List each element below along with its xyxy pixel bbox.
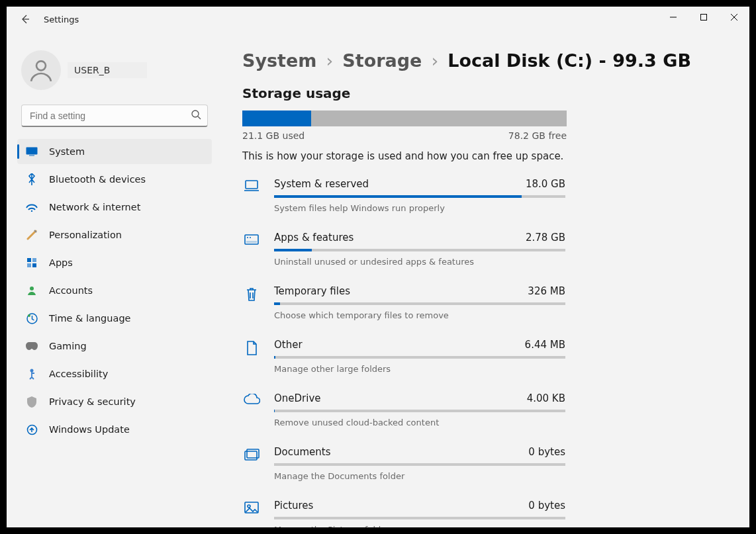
category-fill (274, 410, 275, 412)
category-documents[interactable]: Documents0 bytesManage the Documents fol… (242, 446, 726, 481)
category-name: Documents (274, 446, 331, 458)
nav-label: Privacy & security (49, 396, 136, 407)
category-size: 4.00 KB (527, 392, 565, 404)
svg-rect-1 (701, 15, 707, 21)
sidebar-item-network-internet[interactable]: Network & internet (17, 195, 212, 220)
svg-rect-6 (29, 156, 34, 156)
breadcrumb: System › Storage › Local Disk (C:) - 99.… (242, 50, 726, 71)
category-name: OneDrive (274, 392, 321, 404)
category-onedrive[interactable]: OneDrive4.00 KBRemove unused cloud-backe… (242, 392, 726, 427)
nav-label: Windows Update (49, 424, 130, 435)
categories-list: System & reserved18.0 GBSystem files hel… (242, 178, 726, 527)
svg-point-3 (192, 111, 199, 117)
nav-label: Accounts (49, 285, 93, 296)
svg-line-4 (198, 116, 201, 119)
breadcrumb-system[interactable]: System (242, 50, 316, 71)
category-subtitle: Manage the Pictures folder (274, 525, 565, 527)
category-temporary-files[interactable]: Temporary files326 MBChoose which tempor… (242, 285, 726, 320)
search-input[interactable] (21, 105, 208, 127)
category-bar (274, 195, 565, 198)
chevron-right-icon: › (431, 50, 438, 71)
settings-window: Settings USER_B SystemBluetooth & device… (7, 7, 749, 527)
used-label: 21.1 GB used (242, 130, 305, 141)
category-bar (274, 517, 565, 519)
window-controls (658, 7, 749, 28)
category-subtitle: Manage other large folders (274, 364, 565, 374)
category-subtitle: System files help Windows run properly (274, 203, 565, 213)
section-title: Storage usage (242, 85, 726, 101)
minimize-button[interactable] (658, 7, 688, 28)
nav-label: Accessibility (49, 369, 108, 379)
nav-label: Personalization (49, 230, 122, 240)
main-panel[interactable]: System › Storage › Local Disk (C:) - 99.… (218, 32, 749, 527)
category-other[interactable]: Other6.44 MBManage other large folders (242, 339, 726, 374)
category-name: System & reserved (274, 178, 369, 190)
nav-icon (25, 173, 38, 185)
nav-label: Gaming (49, 341, 87, 351)
chevron-right-icon: › (326, 50, 333, 71)
nav-icon (25, 202, 38, 212)
maximize-button[interactable] (688, 7, 719, 28)
sidebar-item-apps[interactable]: Apps (17, 250, 212, 275)
close-button[interactable] (719, 7, 749, 28)
category-size: 0 bytes (528, 446, 565, 458)
nav-icon (25, 285, 38, 296)
pictures-icon (242, 500, 261, 527)
category-apps-features[interactable]: Apps & features2.78 GBUninstall unused o… (242, 232, 726, 267)
back-button[interactable] (16, 10, 34, 28)
sidebar-item-personalization[interactable]: Personalization (17, 222, 212, 247)
nav-label: Bluetooth & devices (49, 174, 146, 185)
nav-label: Time & language (49, 313, 131, 324)
titlebar: Settings (7, 7, 749, 32)
category-subtitle: Manage the Documents folder (274, 471, 565, 481)
sidebar-item-accounts[interactable]: Accounts (17, 278, 212, 303)
sidebar-item-windows-update[interactable]: Windows Update (17, 417, 212, 442)
category-body: Other6.44 MBManage other large folders (274, 339, 565, 374)
usage-fill (242, 111, 311, 126)
breadcrumb-current: Local Disk (C:) - 99.3 GB (448, 50, 691, 71)
nav-icon (25, 147, 38, 156)
category-name: Pictures (274, 500, 313, 512)
svg-point-25 (248, 505, 250, 508)
nav-label: System (49, 146, 85, 157)
sidebar-item-bluetooth-devices[interactable]: Bluetooth & devices (17, 167, 212, 192)
category-bar (274, 463, 565, 466)
other-icon (242, 339, 261, 374)
category-pictures[interactable]: Pictures0 bytesManage the Pictures folde… (242, 500, 726, 527)
nav-icon (25, 257, 38, 268)
category-body: Pictures0 bytesManage the Pictures folde… (274, 500, 565, 527)
sidebar-item-gaming[interactable]: Gaming (17, 334, 212, 359)
nav-icon (25, 396, 38, 408)
apps-icon (242, 232, 261, 267)
category-name: Temporary files (274, 285, 350, 297)
svg-rect-11 (32, 263, 36, 267)
category-fill (274, 302, 280, 305)
sidebar-item-time-language[interactable]: Time & language (17, 306, 212, 331)
category-fill (274, 249, 312, 251)
category-size: 0 bytes (528, 500, 565, 512)
nav-icon (25, 313, 38, 324)
svg-rect-10 (27, 263, 31, 267)
nav-label: Network & internet (49, 202, 140, 212)
sidebar-item-system[interactable]: System (17, 139, 212, 164)
category-size: 326 MB (528, 285, 565, 297)
nav-icon (25, 341, 38, 351)
category-system-reserved[interactable]: System & reserved18.0 GBSystem files hel… (242, 178, 726, 213)
nav-icon (25, 230, 38, 240)
sidebar-item-accessibility[interactable]: Accessibility (17, 361, 212, 386)
category-body: Temporary files326 MBChoose which tempor… (274, 285, 565, 320)
category-fill (274, 195, 522, 198)
category-bar (274, 302, 565, 305)
nav-list: SystemBluetooth & devicesNetwork & inter… (17, 139, 212, 445)
sidebar-item-privacy-security[interactable]: Privacy & security (17, 389, 212, 414)
breadcrumb-storage[interactable]: Storage (342, 50, 422, 71)
category-body: OneDrive4.00 KBRemove unused cloud-backe… (274, 392, 565, 427)
category-name: Apps & features (274, 232, 354, 244)
category-bar (274, 410, 565, 412)
category-bar (274, 249, 565, 251)
category-body: System & reserved18.0 GBSystem files hel… (274, 178, 565, 213)
user-profile[interactable]: USER_B (17, 38, 212, 101)
category-size: 6.44 MB (525, 339, 565, 351)
usage-description: This is how your storage is used and how… (242, 150, 726, 162)
svg-point-2 (36, 61, 46, 70)
